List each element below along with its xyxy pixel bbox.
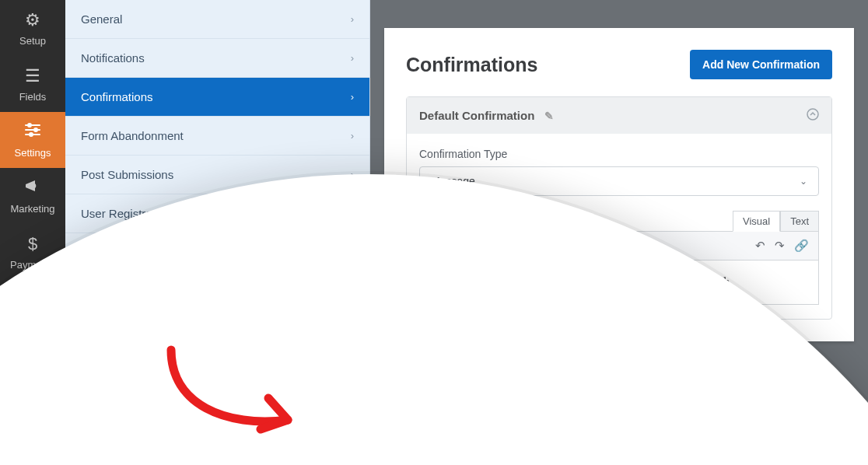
collapse-icon[interactable] bbox=[807, 108, 819, 123]
nav-fields[interactable]: ☰ Fields bbox=[0, 56, 65, 112]
dollar-icon: $ bbox=[28, 234, 37, 254]
panel-header[interactable]: Default Confirmation ✎ bbox=[407, 97, 831, 134]
submenu-label: Notifications bbox=[81, 51, 145, 65]
nav-settings[interactable]: Settings bbox=[0, 112, 65, 168]
editor-tabs: Visual Text bbox=[733, 210, 819, 231]
nav-marketing-label: Marketing bbox=[10, 203, 54, 215]
card-header: Confirmations Add New Confirmation bbox=[406, 50, 832, 79]
panel-title-wrap: Default Confirmation ✎ bbox=[419, 109, 554, 122]
redo-button[interactable]: ↷ bbox=[775, 239, 785, 253]
list-icon: ☰ bbox=[25, 66, 40, 86]
chevron-right-icon: › bbox=[351, 91, 354, 103]
link-button[interactable]: 🔗 bbox=[794, 239, 809, 253]
chevron-right-icon: › bbox=[351, 52, 354, 64]
chevron-down-icon: ⌄ bbox=[800, 176, 807, 187]
submenu-confirmations[interactable]: Confirmations › bbox=[65, 78, 369, 117]
svg-point-6 bbox=[807, 109, 818, 120]
panel-title: Default Confirmation bbox=[419, 109, 534, 122]
confirmation-type-label: Confirmation Type bbox=[419, 148, 819, 160]
gear-icon: ⚙ bbox=[25, 10, 40, 30]
svg-point-4 bbox=[34, 128, 37, 131]
nav-setup[interactable]: ⚙ Setup bbox=[0, 0, 65, 56]
submenu-label: Post Submissions bbox=[81, 168, 173, 181]
undo-button[interactable]: ↶ bbox=[755, 239, 765, 253]
bullhorn-icon bbox=[24, 178, 41, 198]
svg-point-5 bbox=[30, 133, 33, 136]
submenu-label: Confirmations bbox=[81, 90, 153, 103]
sliders-icon bbox=[24, 122, 41, 142]
nav-settings-label: Settings bbox=[15, 147, 51, 159]
svg-point-3 bbox=[28, 124, 31, 127]
nav-fields-label: Fields bbox=[19, 91, 47, 103]
tab-text[interactable]: Text bbox=[780, 211, 819, 232]
pencil-icon[interactable]: ✎ bbox=[544, 110, 554, 122]
chevron-right-icon: › bbox=[351, 13, 354, 25]
add-new-confirmation-button[interactable]: Add New Confirmation bbox=[690, 50, 832, 79]
page-title: Confirmations bbox=[406, 54, 537, 76]
tab-visual[interactable]: Visual bbox=[733, 211, 780, 232]
submenu-form-abandonment[interactable]: Form Abandonment › bbox=[65, 117, 369, 156]
submenu-label: General bbox=[81, 12, 122, 26]
submenu-notifications[interactable]: Notifications › bbox=[65, 39, 369, 78]
submenu-general[interactable]: General › bbox=[65, 0, 369, 39]
nav-setup-label: Setup bbox=[19, 35, 46, 47]
submenu-label: Form Abandonment bbox=[81, 129, 184, 142]
chevron-right-icon: › bbox=[351, 130, 354, 142]
nav-marketing[interactable]: Marketing bbox=[0, 168, 65, 224]
